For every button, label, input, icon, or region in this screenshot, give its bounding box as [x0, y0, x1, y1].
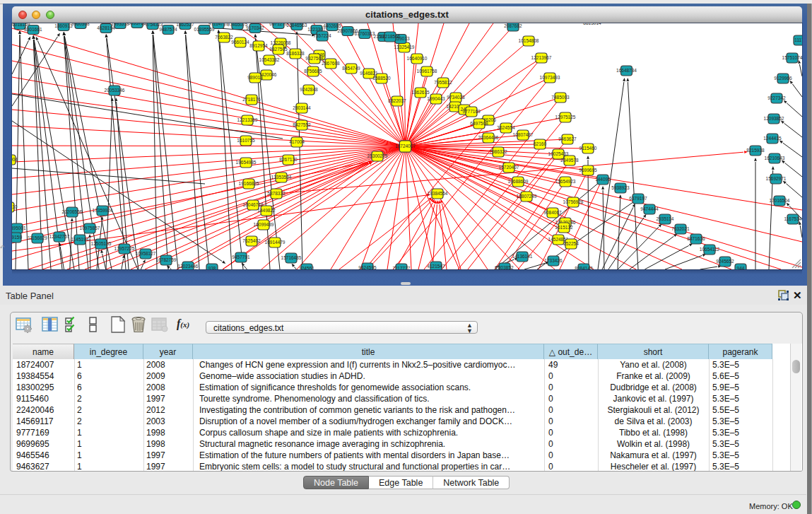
- svg-text:944: 944: [737, 266, 745, 269]
- svg-text:2087682: 2087682: [504, 23, 522, 28]
- svg-text:16640910: 16640910: [407, 56, 428, 61]
- svg-text:1615132: 1615132: [555, 225, 573, 230]
- svg-text:9960308: 9960308: [71, 23, 90, 26]
- svg-text:8912954: 8912954: [249, 43, 268, 48]
- svg-text:16210643: 16210643: [765, 156, 785, 160]
- svg-text:16099489: 16099489: [254, 222, 274, 227]
- svg-text:1990443: 1990443: [427, 96, 445, 101]
- svg-text:8454749: 8454749: [342, 66, 360, 71]
- svg-text:62160: 62160: [534, 141, 546, 146]
- svg-text:19654985: 19654985: [236, 160, 257, 165]
- svg-text:9129966: 9129966: [774, 76, 792, 81]
- svg-text:1449822: 1449822: [257, 208, 276, 213]
- svg-text:1395001: 1395001: [12, 226, 26, 230]
- svg-text:39159: 39159: [12, 235, 22, 240]
- svg-text:2867608: 2867608: [322, 61, 340, 66]
- svg-text:1362615: 1362615: [411, 90, 430, 95]
- svg-text:16648784: 16648784: [616, 68, 637, 73]
- svg-text:7485003: 7485003: [551, 95, 570, 100]
- svg-text:8186328: 8186328: [286, 51, 305, 56]
- svg-text:10975857: 10975857: [80, 226, 100, 230]
- svg-text:3267110: 3267110: [12, 204, 18, 209]
- svg-text:252254: 252254: [563, 241, 579, 246]
- svg-text:10756928: 10756928: [563, 199, 584, 204]
- svg-text:8301661: 8301661: [24, 27, 42, 32]
- svg-text:15720407: 15720407: [499, 165, 519, 170]
- svg-text:12023446: 12023446: [178, 264, 199, 269]
- svg-text:9146821: 9146821: [360, 71, 378, 76]
- svg-text:924561: 924561: [299, 266, 314, 269]
- svg-text:4121547: 4121547: [427, 264, 445, 269]
- svg-text:2718176: 2718176: [242, 97, 261, 102]
- svg-text:16782759: 16782759: [156, 257, 177, 262]
- svg-text:8084148: 8084148: [575, 266, 593, 269]
- svg-text:6497508: 6497508: [470, 121, 488, 126]
- svg-text:61760313: 61760313: [355, 31, 375, 36]
- svg-text:12342757: 12342757: [49, 234, 70, 239]
- svg-text:10654112: 10654112: [700, 247, 720, 252]
- svg-text:13325419: 13325419: [394, 45, 415, 49]
- svg-text:8427552: 8427552: [293, 122, 311, 127]
- svg-text:12505135: 12505135: [91, 241, 112, 246]
- svg-text:9084067: 9084067: [543, 210, 562, 215]
- svg-text:7357224: 7357224: [313, 33, 331, 38]
- svg-text:11156829: 11156829: [28, 235, 47, 240]
- svg-text:9115460: 9115460: [579, 146, 597, 151]
- svg-text:9699695: 9699695: [579, 168, 597, 173]
- svg-text:26846563: 26846563: [287, 23, 307, 28]
- svg-text:9474444: 9474444: [640, 206, 659, 211]
- svg-text:2935114: 2935114: [657, 216, 674, 221]
- svg-text:17016504: 17016504: [770, 198, 790, 203]
- svg-text:9487574: 9487574: [159, 27, 177, 32]
- svg-text:15751074: 15751074: [782, 55, 802, 60]
- svg-text:1145194: 1145194: [71, 237, 89, 242]
- svg-text:97465075: 97465075: [228, 23, 248, 27]
- svg-text:10958127: 10958127: [136, 251, 156, 256]
- svg-text:417004: 417004: [289, 139, 305, 144]
- svg-text:1993518: 1993518: [111, 23, 129, 26]
- svg-text:9660124: 9660124: [231, 40, 249, 45]
- svg-text:1167534: 1167534: [784, 216, 802, 221]
- svg-text:7117777: 7117777: [393, 266, 411, 269]
- svg-text:10807487: 10807487: [513, 132, 534, 137]
- svg-text:938: 938: [208, 266, 216, 269]
- svg-text:10046748: 10046748: [243, 202, 264, 207]
- svg-text:1733426: 1733426: [544, 258, 563, 263]
- svg-text:9827505: 9827505: [269, 47, 288, 52]
- svg-text:9245652: 9245652: [716, 259, 734, 264]
- svg-text:9170342: 9170342: [246, 25, 264, 30]
- svg-text:10961758: 10961758: [417, 69, 437, 74]
- svg-text:14136141: 14136141: [512, 254, 533, 259]
- svg-text:7632021: 7632021: [671, 226, 690, 231]
- svg-text:417004: 417004: [12, 157, 18, 162]
- svg-text:7986322: 7986322: [489, 149, 507, 154]
- svg-text:1588520: 1588520: [372, 76, 391, 81]
- svg-text:9734028: 9734028: [447, 95, 465, 100]
- svg-text:1860913: 1860913: [54, 23, 73, 28]
- svg-text:12093852: 12093852: [764, 116, 784, 121]
- svg-text:7625402: 7625402: [242, 238, 261, 243]
- svg-text:5878332: 5878332: [267, 191, 286, 196]
- svg-text:13353594: 13353594: [271, 175, 292, 180]
- svg-text:2803144: 2803144: [293, 105, 311, 110]
- svg-text:2349578: 2349578: [560, 158, 579, 163]
- svg-text:1610755: 1610755: [237, 138, 255, 143]
- svg-text:6671276: 6671276: [269, 23, 288, 26]
- svg-text:20206556: 20206556: [62, 209, 83, 214]
- svg-text:10688609: 10688609: [508, 179, 529, 184]
- svg-text:8267130: 8267130: [279, 157, 298, 162]
- svg-text:8471636: 8471636: [687, 236, 705, 241]
- svg-text:13654923: 13654923: [555, 179, 576, 184]
- svg-text:12213369: 12213369: [237, 117, 258, 122]
- svg-text:989013: 989013: [247, 75, 263, 80]
- svg-text:2803852: 2803852: [495, 265, 514, 269]
- svg-text:15716485: 15716485: [281, 255, 302, 260]
- svg-text:19384554: 19384554: [428, 191, 448, 196]
- svg-text:18724007: 18724007: [395, 144, 416, 148]
- svg-text:9624595: 9624595: [358, 265, 377, 269]
- svg-text:1244415: 1244415: [763, 136, 782, 141]
- svg-text:144095: 144095: [595, 177, 611, 182]
- svg-text:97114710: 97114710: [208, 23, 229, 26]
- svg-text:1117: 1117: [794, 37, 802, 42]
- svg-text:25300275: 25300275: [367, 153, 388, 158]
